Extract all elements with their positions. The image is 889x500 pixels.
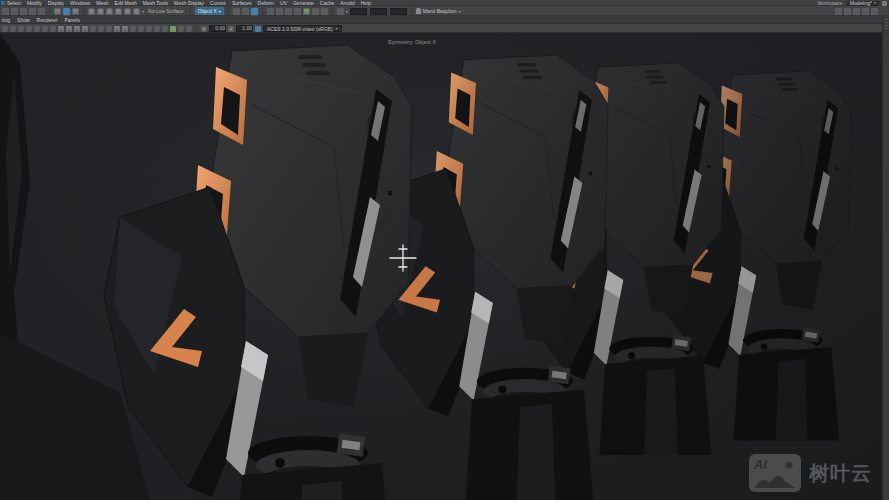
xray-icon[interactable]	[98, 26, 104, 32]
multisampling-icon[interactable]	[186, 26, 192, 32]
divider	[262, 7, 263, 15]
workspace-pin-icon[interactable]	[882, 1, 887, 6]
chevron-down-icon: ▾	[874, 1, 876, 5]
light-editor-icon[interactable]	[285, 8, 292, 15]
grid-icon[interactable]	[337, 8, 344, 15]
chevron-down-icon: ▾	[219, 9, 221, 14]
wireframe-on-shaded-icon[interactable]	[90, 26, 96, 32]
bookmarks-icon[interactable]	[26, 26, 32, 32]
symmetry-dropdown[interactable]: Object X ▾	[195, 7, 224, 15]
divider	[83, 7, 84, 15]
transform-field[interactable]	[350, 8, 367, 15]
chevron-down-icon[interactable]: ▾	[142, 9, 144, 14]
transform-field[interactable]	[370, 8, 387, 15]
wireframe-icon[interactable]	[58, 26, 64, 32]
relationship-editor-icon[interactable]	[294, 8, 301, 15]
viewport-canvas[interactable]	[0, 33, 882, 500]
transform-fields	[350, 8, 407, 15]
divider	[49, 7, 50, 15]
panel-menu-item[interactable]: ting	[2, 17, 10, 23]
divider	[196, 25, 197, 33]
sidebar-toggles	[835, 8, 887, 15]
panel-toolbar: 0.00 1.00 ACES 1.0 SDR-video (sRGB) ▾	[0, 24, 882, 33]
oscillate-icon[interactable]	[50, 26, 56, 32]
script-editor-icon[interactable]	[312, 8, 319, 15]
symmetry-hud-label: Symmetry: Object X	[388, 39, 436, 45]
content-browser-icon[interactable]	[321, 8, 328, 15]
viewport-3d[interactable]: Symmetry: Object X AI 树叶云	[0, 33, 882, 500]
show-channel-box-icon[interactable]	[871, 8, 878, 15]
divider	[228, 7, 229, 15]
gate-mask-icon[interactable]	[146, 26, 152, 32]
show-attribute-editor-icon[interactable]	[853, 8, 860, 15]
ipr-render-icon[interactable]	[242, 8, 249, 15]
strip-grip-handle[interactable]	[885, 19, 888, 29]
watermark-brand-text: 树叶云	[809, 460, 872, 487]
channel-box-collapsed-strip[interactable]	[882, 16, 889, 500]
divider	[190, 7, 191, 15]
live-surface-label: No Live Surface	[146, 8, 186, 14]
lock-camera-icon[interactable]	[10, 26, 16, 32]
snap-to-grids-icon[interactable]	[88, 8, 95, 15]
chevron-down-icon[interactable]: ▾	[346, 9, 348, 14]
shadows-icon[interactable]	[162, 26, 168, 32]
2d-pan-zoom-icon[interactable]	[42, 26, 48, 32]
color-management-toggle-icon[interactable]	[255, 26, 261, 32]
watermark: AI 树叶云	[749, 454, 872, 492]
camera-attributes-icon[interactable]	[18, 26, 24, 32]
hypershade-icon[interactable]	[267, 8, 274, 15]
gamma-field[interactable]: 1.00	[236, 25, 253, 32]
save-scene-icon[interactable]	[20, 8, 27, 15]
workspace-dropdown[interactable]: Modeling* ▾	[847, 1, 879, 6]
new-scene-icon[interactable]	[2, 8, 9, 15]
select-by-hierarchy-icon[interactable]	[54, 8, 61, 15]
render-settings-icon[interactable]	[251, 8, 258, 15]
character-set-value: Mano Bequlum	[423, 8, 457, 14]
redo-icon[interactable]	[38, 8, 45, 15]
undo-icon[interactable]	[29, 8, 36, 15]
use-default-material-icon[interactable]	[82, 26, 88, 32]
transform-field[interactable]	[390, 8, 407, 15]
divider	[411, 7, 412, 15]
status-line: ▾ No Live Surface Object X ▾ ▾ Mano Bequ…	[0, 6, 889, 16]
show-tool-settings-icon[interactable]	[862, 8, 869, 15]
exposure-field[interactable]: 0.00	[209, 25, 226, 32]
lighting-icon[interactable]	[154, 26, 160, 32]
isolate-select-icon[interactable]	[114, 26, 120, 32]
motion-blur-icon[interactable]	[178, 26, 184, 32]
resolution-gate-icon[interactable]	[130, 26, 136, 32]
toggle-viewport-renderer-icon[interactable]	[303, 8, 310, 15]
shaded-icon[interactable]	[66, 26, 72, 32]
snap-to-view-planes-icon[interactable]	[124, 8, 131, 15]
field-chart-icon[interactable]	[122, 26, 128, 32]
select-by-component-icon[interactable]	[72, 8, 79, 15]
gamma-gear-icon[interactable]	[228, 26, 234, 32]
xray-joints-icon[interactable]	[106, 26, 112, 32]
snap-to-curves-icon[interactable]	[97, 8, 104, 15]
make-live-icon[interactable]	[133, 8, 140, 15]
snap-to-projected-center-icon[interactable]	[115, 8, 122, 15]
textured-icon[interactable]	[74, 26, 80, 32]
panel-menu-item[interactable]: Show	[17, 17, 30, 23]
divider	[332, 7, 333, 15]
view-transform-value: ACES 1.0 SDR-video (sRGB)	[267, 26, 333, 32]
panel-menu-item[interactable]: Renderer	[37, 17, 58, 23]
texture-view-icon[interactable]	[276, 8, 283, 15]
show-modeling-toolkit-icon[interactable]	[835, 8, 842, 15]
select-camera-icon[interactable]	[2, 26, 8, 32]
image-plane-icon[interactable]	[34, 26, 40, 32]
snap-to-points-icon[interactable]	[106, 8, 113, 15]
film-gate-icon[interactable]	[138, 26, 144, 32]
maya-window: SelectModifyDisplayWindowsMeshEdit MeshM…	[0, 0, 889, 500]
view-transform-dropdown[interactable]: ACES 1.0 SDR-video (sRGB) ▾	[263, 25, 342, 32]
select-by-object-icon[interactable]	[63, 8, 70, 15]
exposure-gear-icon[interactable]	[201, 26, 207, 32]
screen-space-ao-icon[interactable]	[170, 26, 176, 32]
show-hypershade-panel-icon[interactable]	[844, 8, 851, 15]
render-icon[interactable]	[233, 8, 240, 15]
panel-menu-bar: tingShowRendererPanels	[0, 16, 882, 24]
panel-menu-item[interactable]: Panels	[64, 17, 79, 23]
open-scene-icon[interactable]	[11, 8, 18, 15]
character-set-dropdown[interactable]: Mano Bequlum ▾	[416, 8, 461, 14]
workspace-value: Modeling*	[850, 1, 872, 5]
